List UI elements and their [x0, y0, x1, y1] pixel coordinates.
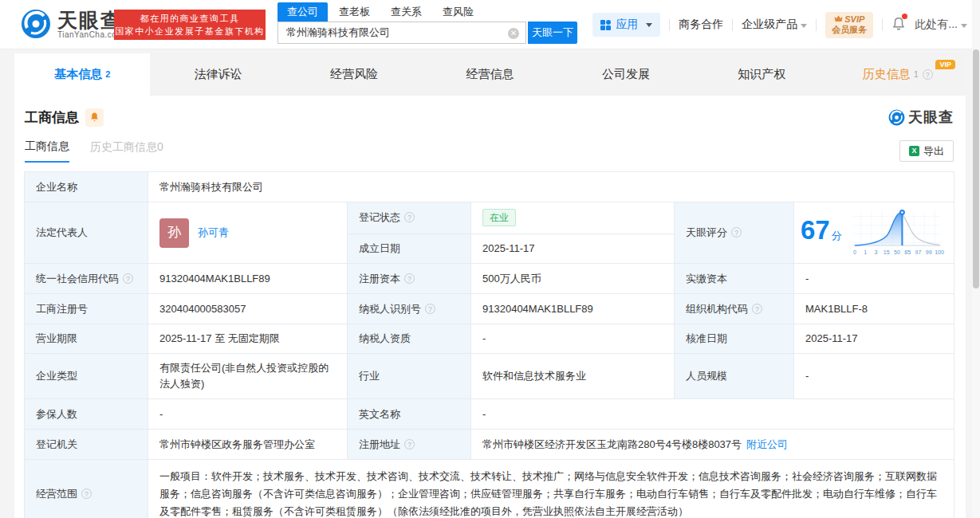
table-row: 参保人数 - 英文名称 -: [25, 399, 954, 430]
nearby-companies-link[interactable]: 附近公司: [746, 438, 788, 450]
site-logo[interactable]: 天眼查 TianYanCha.com: [21, 9, 124, 39]
tab-count: 1: [914, 69, 919, 79]
business-info-table: 企业名称 常州瀚骑科技有限公司 法定代表人 孙 孙可青 登记状态 在业 天眼评分: [24, 171, 954, 518]
tianyan-score: 67分: [801, 222, 842, 244]
search-input[interactable]: [278, 22, 525, 43]
vip-badge: VIP: [935, 60, 955, 69]
help-icon[interactable]: [123, 273, 133, 284]
chevron-down-icon: [646, 23, 652, 27]
tianyancha-logo-icon: [21, 9, 51, 39]
field-label: 注册地址: [348, 430, 471, 460]
subtab-history-business-info[interactable]: 历史工商信息0: [90, 140, 163, 162]
help-icon[interactable]: [404, 212, 415, 222]
vertical-scrollbar[interactable]: [972, 0, 980, 518]
help-icon[interactable]: [404, 273, 415, 284]
tab-legal-litigation[interactable]: 法律诉讼: [150, 53, 285, 96]
status-badge: 在业: [482, 209, 516, 226]
field-label: 天眼评分: [675, 202, 794, 264]
divider: [732, 19, 733, 31]
score-distribution-chart: 0 1 3 15 50 85 97 99 100: [850, 207, 944, 258]
export-button[interactable]: 导出: [899, 140, 954, 162]
field-label: 核准日期: [675, 324, 794, 354]
field-label: 组织机构代码: [675, 294, 794, 324]
tab-history-info[interactable]: VIP 历史信息 1: [830, 53, 966, 96]
reg-status-cell: 在业: [471, 202, 675, 234]
divider: [816, 19, 817, 31]
biz-scope-value: 一般项目：软件开发；技术服务、技术开发、技术咨询、技术交流、技术转让、技术推广；…: [148, 460, 954, 518]
biz-term-value: 2025-11-17 至 无固定期限: [148, 324, 348, 354]
search-box: ✕: [277, 22, 526, 44]
clear-search-icon[interactable]: ✕: [508, 28, 519, 39]
bell-icon: [89, 112, 100, 123]
field-label: 成立日期: [348, 233, 471, 264]
apps-menu[interactable]: 应用: [592, 13, 660, 37]
field-label: 纳税人资质: [348, 324, 471, 354]
avatar[interactable]: 孙: [159, 218, 189, 248]
legal-rep-link[interactable]: 孙可青: [198, 225, 229, 241]
tab-intellectual-property[interactable]: 知识产权: [694, 53, 829, 96]
tab-operation-risk[interactable]: 经营风险: [286, 53, 422, 96]
svg-text:0: 0: [853, 249, 856, 255]
slogan-line1: 都在用的商业查询工具: [140, 12, 240, 25]
field-label: 法定代表人: [25, 202, 148, 264]
english-name-value: -: [471, 399, 954, 430]
help-icon[interactable]: [404, 439, 415, 449]
svip-member-button[interactable]: SVIP 会员服务: [825, 12, 873, 38]
business-cooperation-link[interactable]: 商务合作: [679, 18, 723, 32]
table-row: 企业名称 常州瀚骑科技有限公司: [25, 172, 954, 202]
company-name-value: 常州瀚骑科技有限公司: [148, 172, 954, 202]
field-label: 英文名称: [348, 399, 471, 430]
svg-text:3: 3: [874, 249, 877, 255]
apps-label: 应用: [616, 18, 638, 32]
est-date-value: 2025-11-17: [471, 233, 675, 264]
help-icon[interactable]: [731, 227, 742, 237]
table-row: 登记机关 常州市钟楼区政务服务管理办公室 注册地址 常州市钟楼区经济开发区玉龙南…: [25, 430, 954, 460]
tab-count: 2: [105, 69, 110, 79]
field-label: 企业名称: [25, 172, 148, 202]
field-label: 登记状态: [348, 202, 471, 234]
company-type-value: 有限责任公司(非自然人投资或控股的法人独资): [148, 354, 348, 399]
svg-text:97: 97: [915, 249, 921, 255]
enterprise-product-menu[interactable]: 企业级产品: [742, 18, 807, 32]
tab-operation-info[interactable]: 经营信息: [422, 53, 557, 96]
field-label: 经营范围: [25, 460, 148, 518]
search-tab-company[interactable]: 查公司: [277, 2, 328, 22]
search-button[interactable]: 天眼一下: [528, 22, 577, 44]
search-tab-boss[interactable]: 查老板: [329, 2, 380, 22]
field-label: 营业期限: [25, 324, 148, 354]
svg-text:50: 50: [894, 249, 900, 255]
credit-code-value: 91320404MAK1BLLF89: [148, 264, 348, 294]
tab-basic-info[interactable]: 基本信息 2: [14, 53, 150, 96]
table-row: 法定代表人 孙 孙可青 登记状态 在业 天眼评分 67分: [25, 202, 954, 234]
org-code-value: MAK1BLLF-8: [794, 294, 954, 324]
help-icon[interactable]: [752, 304, 762, 314]
table-row: 营业期限 2025-11-17 至 无固定期限 纳税人资质 - 核准日期 202…: [25, 324, 954, 354]
tab-company-development[interactable]: 公司发展: [558, 53, 694, 96]
table-row: 统一社会信用代码 91320404MAK1BLLF89 注册资本 500万人民币…: [25, 264, 954, 294]
table-row: 经营范围 一般项目：软件开发；技术服务、技术开发、技术咨询、技术交流、技术转让、…: [25, 460, 954, 518]
monitor-bell-button[interactable]: [85, 108, 104, 127]
subtab-business-info[interactable]: 工商信息: [25, 139, 69, 163]
field-label: 注册资本: [348, 264, 471, 294]
tianyancha-logo-icon: [888, 109, 905, 126]
chevron-down-icon: [961, 24, 967, 28]
approval-date-value: 2025-11-17: [794, 324, 954, 354]
notification-bell-button[interactable]: [891, 16, 906, 34]
search-tab-relation[interactable]: 查关系: [381, 2, 431, 22]
user-account-menu[interactable]: 此处有...: [915, 18, 967, 32]
chevron-down-icon: [801, 24, 807, 28]
watermark-logo: 天眼查: [888, 108, 954, 127]
scrollbar-thumb[interactable]: [973, 49, 979, 288]
field-label: 行业: [348, 354, 471, 399]
crown-icon: [834, 15, 843, 22]
help-icon[interactable]: [425, 304, 435, 314]
reg-capital-value: 500万人民币: [471, 264, 675, 294]
subtab-row: 工商信息 历史工商信息0 导出: [14, 127, 966, 163]
top-header: 天眼查 TianYanCha.com 都在用的商业查询工具 国家中小企业发展子基…: [0, 0, 980, 49]
field-label: 实缴资本: [675, 264, 794, 294]
industry-value: 软件和信息技术服务业: [471, 354, 675, 399]
help-icon[interactable]: [923, 69, 933, 80]
help-icon[interactable]: [81, 489, 92, 499]
search-tab-risk[interactable]: 查风险: [433, 2, 483, 22]
svg-text:15: 15: [884, 249, 890, 255]
